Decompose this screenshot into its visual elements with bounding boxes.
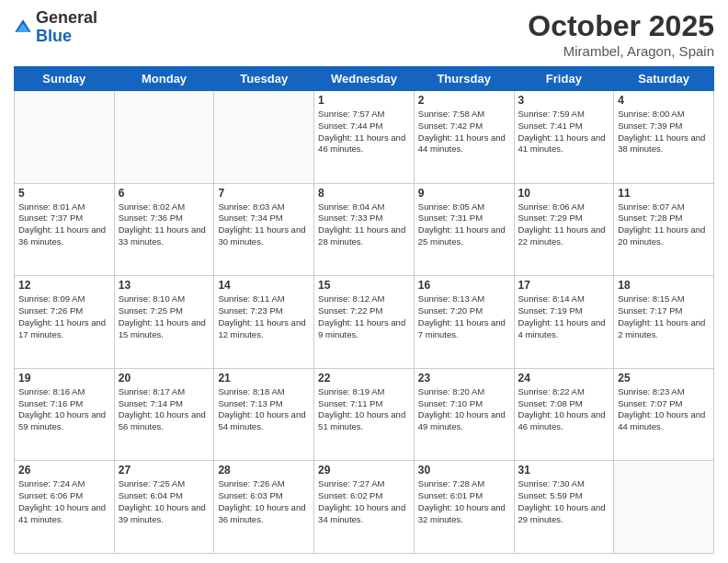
logo-general: General bbox=[36, 8, 97, 27]
table-row: 17Sunrise: 8:14 AMSunset: 7:19 PMDayligh… bbox=[514, 276, 614, 369]
cell-text: Sunset: 7:20 PM bbox=[418, 305, 510, 317]
cell-text: Daylight: 10 hours and 34 minutes. bbox=[318, 502, 410, 526]
day-number: 22 bbox=[318, 372, 410, 385]
cell-text: Sunset: 6:03 PM bbox=[218, 490, 310, 502]
table-row: 6Sunrise: 8:02 AMSunset: 7:36 PMDaylight… bbox=[114, 183, 214, 276]
cell-text: Sunset: 7:23 PM bbox=[218, 305, 310, 317]
day-number: 9 bbox=[418, 187, 510, 200]
table-row: 19Sunrise: 8:16 AMSunset: 7:16 PMDayligh… bbox=[15, 368, 115, 461]
cell-text: Daylight: 10 hours and 32 minutes. bbox=[418, 502, 510, 526]
day-number: 1 bbox=[318, 94, 410, 107]
cell-text: Daylight: 11 hours and 36 minutes. bbox=[18, 224, 110, 248]
table-row bbox=[114, 91, 214, 184]
cell-text: Sunrise: 8:01 AM bbox=[18, 201, 110, 213]
cell-text: Sunset: 7:33 PM bbox=[318, 213, 410, 224]
cell-text: Sunrise: 8:13 AM bbox=[418, 293, 510, 305]
table-row: 4Sunrise: 8:00 AMSunset: 7:39 PMDaylight… bbox=[614, 91, 714, 184]
day-number: 27 bbox=[119, 464, 210, 477]
cell-text: Sunset: 7:13 PM bbox=[218, 398, 310, 410]
cell-text: Sunrise: 7:27 AM bbox=[318, 478, 410, 490]
calendar-week-0: 1Sunrise: 7:57 AMSunset: 7:44 PMDaylight… bbox=[15, 91, 714, 184]
cell-text: Daylight: 11 hours and 9 minutes. bbox=[318, 317, 410, 341]
day-number: 16 bbox=[418, 279, 510, 292]
day-number: 21 bbox=[218, 372, 310, 385]
cell-text: Daylight: 11 hours and 25 minutes. bbox=[418, 224, 510, 248]
table-row: 24Sunrise: 8:22 AMSunset: 7:08 PMDayligh… bbox=[514, 368, 614, 461]
day-number: 13 bbox=[119, 279, 210, 292]
cell-text: Sunset: 7:14 PM bbox=[119, 398, 210, 410]
table-row: 15Sunrise: 8:12 AMSunset: 7:22 PMDayligh… bbox=[314, 276, 415, 369]
day-number: 5 bbox=[18, 187, 110, 200]
cell-text: Sunset: 7:28 PM bbox=[618, 213, 710, 224]
col-friday: Friday bbox=[514, 67, 614, 91]
cell-text: Daylight: 11 hours and 12 minutes. bbox=[218, 317, 310, 341]
table-row: 5Sunrise: 8:01 AMSunset: 7:37 PMDaylight… bbox=[15, 183, 115, 276]
col-sunday: Sunday bbox=[15, 67, 115, 91]
cell-text: Sunset: 7:16 PM bbox=[18, 398, 110, 410]
cell-text: Sunrise: 8:19 AM bbox=[318, 386, 410, 398]
header: General Blue October 2025 Mirambel, Arag… bbox=[14, 9, 714, 59]
day-number: 3 bbox=[518, 94, 610, 107]
cell-text: Daylight: 11 hours and 33 minutes. bbox=[119, 224, 210, 248]
table-row: 14Sunrise: 8:11 AMSunset: 7:23 PMDayligh… bbox=[214, 276, 314, 369]
cell-text: Daylight: 11 hours and 38 minutes. bbox=[618, 132, 710, 156]
cell-text: Sunrise: 7:26 AM bbox=[218, 478, 310, 490]
table-row bbox=[614, 461, 714, 554]
table-row: 22Sunrise: 8:19 AMSunset: 7:11 PMDayligh… bbox=[314, 368, 415, 461]
cell-text: Sunset: 5:59 PM bbox=[518, 490, 610, 502]
table-row bbox=[15, 91, 115, 184]
col-thursday: Thursday bbox=[414, 67, 514, 91]
day-number: 4 bbox=[618, 94, 710, 107]
table-row: 3Sunrise: 7:59 AMSunset: 7:41 PMDaylight… bbox=[514, 91, 614, 184]
cell-text: Daylight: 11 hours and 41 minutes. bbox=[518, 132, 610, 156]
day-number: 29 bbox=[318, 464, 410, 477]
table-row: 12Sunrise: 8:09 AMSunset: 7:26 PMDayligh… bbox=[15, 276, 115, 369]
cell-text: Sunrise: 8:02 AM bbox=[119, 201, 210, 213]
cell-text: Sunrise: 7:28 AM bbox=[418, 478, 510, 490]
cell-text: Daylight: 10 hours and 49 minutes. bbox=[418, 409, 510, 433]
calendar-title: October 2025 bbox=[528, 9, 714, 43]
table-row: 29Sunrise: 7:27 AMSunset: 6:02 PMDayligh… bbox=[314, 461, 415, 554]
cell-text: Sunrise: 8:05 AM bbox=[418, 201, 510, 213]
cell-text: Sunrise: 7:58 AM bbox=[418, 109, 510, 121]
logo-blue: Blue bbox=[36, 27, 72, 45]
cell-text: Sunset: 7:37 PM bbox=[18, 213, 110, 224]
table-row: 23Sunrise: 8:20 AMSunset: 7:10 PMDayligh… bbox=[414, 368, 514, 461]
cell-text: Sunset: 6:01 PM bbox=[418, 490, 510, 502]
cell-text: Sunrise: 8:03 AM bbox=[218, 201, 310, 213]
cell-text: Sunset: 7:19 PM bbox=[518, 305, 610, 317]
calendar-subtitle: Mirambel, Aragon, Spain bbox=[528, 43, 714, 59]
table-row: 27Sunrise: 7:25 AMSunset: 6:04 PMDayligh… bbox=[114, 461, 214, 554]
table-row: 13Sunrise: 8:10 AMSunset: 7:25 PMDayligh… bbox=[114, 276, 214, 369]
cell-text: Daylight: 11 hours and 22 minutes. bbox=[518, 224, 610, 248]
cell-text: Sunrise: 7:24 AM bbox=[18, 478, 110, 490]
table-row: 7Sunrise: 8:03 AMSunset: 7:34 PMDaylight… bbox=[214, 183, 314, 276]
day-number: 2 bbox=[418, 94, 510, 107]
cell-text: Sunset: 7:31 PM bbox=[418, 213, 510, 224]
cell-text: Sunrise: 8:06 AM bbox=[518, 201, 610, 213]
cell-text: Daylight: 10 hours and 59 minutes. bbox=[18, 409, 110, 433]
cell-text: Sunset: 7:08 PM bbox=[518, 398, 610, 410]
cell-text: Daylight: 11 hours and 44 minutes. bbox=[418, 132, 510, 156]
cell-text: Daylight: 10 hours and 54 minutes. bbox=[218, 409, 310, 433]
cell-text: Daylight: 11 hours and 4 minutes. bbox=[518, 317, 610, 341]
calendar-week-4: 26Sunrise: 7:24 AMSunset: 6:06 PMDayligh… bbox=[15, 461, 714, 554]
cell-text: Daylight: 10 hours and 36 minutes. bbox=[218, 502, 310, 526]
cell-text: Sunset: 6:04 PM bbox=[119, 490, 210, 502]
col-wednesday: Wednesday bbox=[314, 67, 415, 91]
cell-text: Sunrise: 8:17 AM bbox=[119, 386, 210, 398]
cell-text: Sunrise: 8:12 AM bbox=[318, 293, 410, 305]
cell-text: Sunset: 7:07 PM bbox=[618, 398, 710, 410]
cell-text: Sunrise: 8:20 AM bbox=[418, 386, 510, 398]
table-row: 31Sunrise: 7:30 AMSunset: 5:59 PMDayligh… bbox=[514, 461, 614, 554]
cell-text: Sunset: 7:29 PM bbox=[518, 213, 610, 224]
logo-text: General Blue bbox=[36, 9, 97, 46]
cell-text: Daylight: 11 hours and 20 minutes. bbox=[618, 224, 710, 248]
day-number: 26 bbox=[18, 464, 110, 477]
cell-text: Daylight: 10 hours and 39 minutes. bbox=[119, 502, 210, 526]
cell-text: Sunrise: 8:09 AM bbox=[18, 293, 110, 305]
table-row: 11Sunrise: 8:07 AMSunset: 7:28 PMDayligh… bbox=[614, 183, 714, 276]
cell-text: Sunrise: 8:23 AM bbox=[618, 386, 710, 398]
day-number: 31 bbox=[518, 464, 610, 477]
cell-text: Sunset: 7:11 PM bbox=[318, 398, 410, 410]
